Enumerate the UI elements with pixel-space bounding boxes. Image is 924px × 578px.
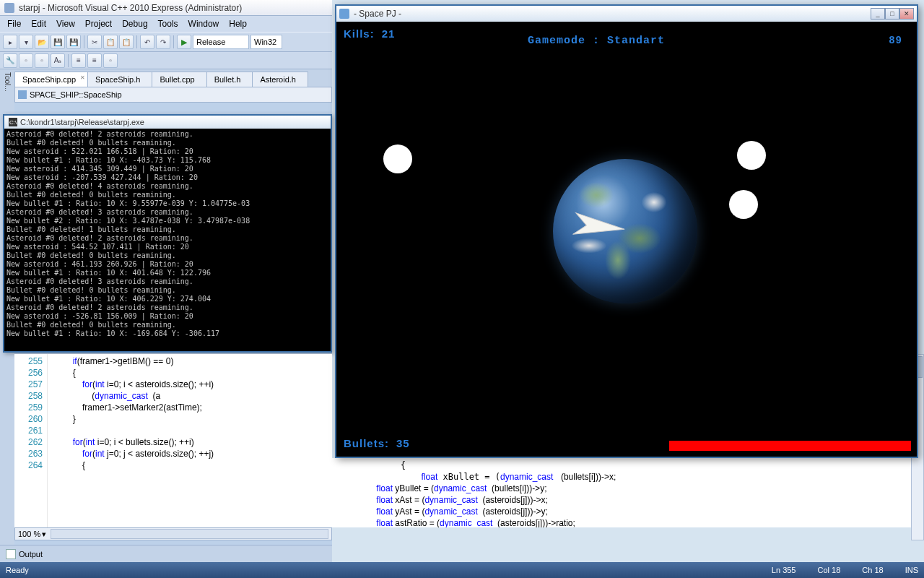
add-item-button[interactable]: ▾ <box>19 35 33 49</box>
hud-gamemode: Gamemode : Standart <box>528 35 665 47</box>
hud-bullets: Bullets: 35 <box>344 437 410 451</box>
paste-button[interactable]: 📋 <box>119 35 134 49</box>
menu-view[interactable]: View <box>52 17 79 30</box>
config-combo[interactable]: Release <box>193 35 249 49</box>
hud-kills: Kills: 21 <box>344 27 395 41</box>
toolbar-separator <box>173 35 174 48</box>
vs-toolbar: ▸ ▾ 📂 💾 💾 ✂ 📋 📋 ↶ ↷ ▶ Release Win32 <box>0 32 332 52</box>
game-title: - Space PJ - <box>354 9 401 19</box>
indent-button[interactable]: ≡ <box>71 53 86 68</box>
hud-score: 89 <box>889 35 902 46</box>
game-app-icon <box>339 9 349 19</box>
open-button[interactable]: 📂 <box>35 35 49 49</box>
game-window: - Space PJ - _ □ ✕ Kills: 21 Gamemode : … <box>335 4 918 458</box>
vs-title: starpj - Microsoft Visual C++ 2010 Expre… <box>19 3 242 13</box>
code-content[interactable]: if(framer1->getIBM() == 0) { for(int i=0… <box>48 354 332 527</box>
new-project-button[interactable]: ▸ <box>3 35 17 49</box>
close-icon[interactable]: ✕ <box>80 74 85 81</box>
toolbox-button[interactable]: 🔧 <box>3 53 17 68</box>
zoom-bar: 100 %▾ <box>14 527 332 540</box>
status-ready: Ready <box>6 566 29 574</box>
console-output: Asteroid #0 deleted! 2 asteroids reamini… <box>4 129 331 351</box>
start-debug-button[interactable]: ▶ <box>177 35 191 49</box>
tab-spaceship-cpp[interactable]: SpaceShip.cpp✕ <box>14 72 88 87</box>
menu-help[interactable]: Help <box>225 17 251 30</box>
svg-marker-0 <box>572 213 625 241</box>
output-panel[interactable]: Output <box>0 545 332 562</box>
tab-spaceship-h[interactable]: SpaceShip.h <box>87 72 152 87</box>
close-button[interactable]: ✕ <box>899 8 914 20</box>
vs-app-icon <box>4 3 14 13</box>
line-gutter: 255256257258259260261262263264 <box>14 354 48 527</box>
copy-button[interactable]: 📋 <box>103 35 118 49</box>
minimize-button[interactable]: _ <box>871 8 885 20</box>
code-nav-breadcrumb[interactable]: SPACE_SHIP::SpaceShip <box>14 87 332 103</box>
vs-menubar: File Edit View Project Debug Tools Windo… <box>0 16 332 32</box>
asteroid-sprite <box>729 190 758 219</box>
console-titlebar[interactable]: C:\ C:\kondr1\starpj\Release\starpj.exe <box>4 116 331 129</box>
code-editor[interactable]: 255256257258259260261262263264 if(framer… <box>14 354 332 527</box>
vs-statusbar: Ready Ln 355 Col 18 Ch 18 INS <box>0 562 924 578</box>
class-icon <box>18 90 27 99</box>
console-icon: C:\ <box>9 118 17 126</box>
save-button[interactable]: 💾 <box>51 35 65 49</box>
editor-tabstrip: SpaceShip.cpp✕ SpaceShip.h Bullet.cpp Bu… <box>0 69 332 87</box>
tb-icon[interactable]: ▫ <box>103 53 118 68</box>
console-window: C:\ C:\kondr1\starpj\Release\starpj.exe … <box>3 114 332 353</box>
game-titlebar[interactable]: - Space PJ - _ □ ✕ <box>336 6 917 22</box>
menu-debug[interactable]: Debug <box>118 17 152 30</box>
vs-toolbar-secondary: 🔧 ▫ ▫ Aₐ ≡ ≡ ▫ <box>0 52 332 69</box>
output-label: Output <box>19 550 43 558</box>
outdent-button[interactable]: ≡ <box>87 53 102 68</box>
tb-icon[interactable]: Aₐ <box>51 53 65 68</box>
horizontal-scrollbar[interactable] <box>51 529 328 539</box>
health-bar <box>669 441 911 451</box>
tb-icon[interactable]: ▫ <box>19 53 33 68</box>
cut-button[interactable]: ✂ <box>87 35 102 49</box>
tab-bullet-h[interactable]: Bullet.h <box>206 72 253 87</box>
menu-file[interactable]: File <box>3 17 25 30</box>
code-content-wide[interactable]: { float xBullet = (dynamic_cast (bullets… <box>332 458 924 527</box>
toolbar-separator <box>84 35 84 48</box>
zoom-level[interactable]: 100 % <box>18 530 40 538</box>
game-canvas[interactable]: Kills: 21 Gamemode : Standart 89 Bullets… <box>336 22 917 457</box>
toolbar-separator <box>136 35 137 48</box>
toolbar-separator <box>68 54 69 67</box>
menu-window[interactable]: Window <box>184 17 224 30</box>
platform-combo[interactable]: Win32 <box>250 35 282 49</box>
asteroid-sprite <box>737 141 766 170</box>
menu-project[interactable]: Project <box>81 17 116 30</box>
status-ins: INS <box>905 566 918 574</box>
redo-button[interactable]: ↷ <box>156 35 170 49</box>
asteroid-sprite <box>383 144 412 173</box>
tab-bullet-cpp[interactable]: Bullet.cpp <box>152 72 206 87</box>
undo-button[interactable]: ↶ <box>140 35 154 49</box>
save-all-button[interactable]: 💾 <box>66 35 81 49</box>
breadcrumb-text: SPACE_SHIP::SpaceShip <box>30 90 122 99</box>
menu-tools[interactable]: Tools <box>154 17 183 30</box>
status-col: Col 18 <box>818 566 841 574</box>
menu-edit[interactable]: Edit <box>27 17 51 30</box>
maximize-button[interactable]: □ <box>885 8 899 20</box>
console-title-text: C:\kondr1\starpj\Release\starpj.exe <box>20 118 144 126</box>
vs-titlebar: starpj - Microsoft Visual C++ 2010 Expre… <box>0 0 332 16</box>
status-line: Ln 355 <box>772 566 796 574</box>
status-ch: Ch 18 <box>862 566 883 574</box>
output-icon <box>6 549 16 559</box>
tb-icon[interactable]: ▫ <box>35 53 49 68</box>
tab-asteroid-h[interactable]: Asteroid.h <box>252 72 308 87</box>
